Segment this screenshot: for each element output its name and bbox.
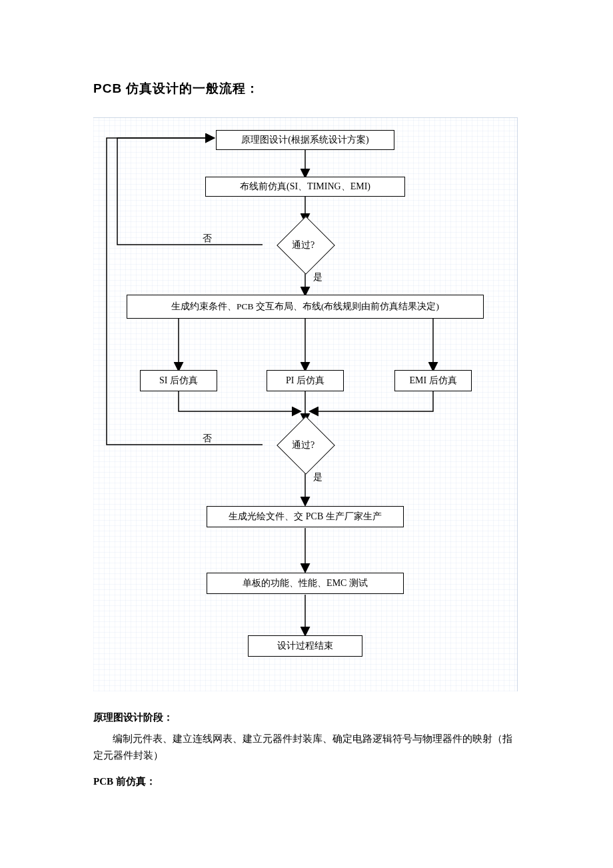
section-schematic-title: 原理图设计阶段： xyxy=(93,711,520,724)
section-schematic-body: 编制元件表、建立连线网表、建立元器件封装库、确定电路逻辑符号与物理器件的映射（指… xyxy=(93,731,520,763)
section-presim-title: PCB 前仿真： xyxy=(93,775,520,788)
edge-label-no-2: 否 xyxy=(203,433,212,445)
node-pre-route-sim: 布线前仿真(SI、TIMING、EMI) xyxy=(205,177,405,197)
flowchart-diagram: 原理图设计(根据系统设计方案) 布线前仿真(SI、TIMING、EMI) 通过?… xyxy=(93,117,518,691)
decision-pass-1 xyxy=(277,216,335,275)
node-emi-post-sim: EMI 后仿真 xyxy=(394,370,472,391)
edge-label-no-1: 否 xyxy=(203,233,212,245)
node-constraints-pcb: 生成约束条件、PCB 交互布局、布线(布线规则由前仿真结果决定) xyxy=(127,295,484,319)
edge-label-yes-1: 是 xyxy=(313,271,322,283)
node-schematic-design: 原理图设计(根据系统设计方案) xyxy=(216,130,394,150)
page-title: PCB 仿真设计的一般流程： xyxy=(93,80,520,97)
node-end: 设计过程结束 xyxy=(248,635,362,657)
decision-pass-2 xyxy=(277,416,335,475)
node-board-test: 单板的功能、性能、EMC 测试 xyxy=(207,573,404,594)
node-gerber: 生成光绘文件、交 PCB 生产厂家生产 xyxy=(207,506,404,527)
node-si-post-sim: SI 后仿真 xyxy=(140,370,217,391)
edge-label-yes-2: 是 xyxy=(313,471,322,483)
node-pi-post-sim: PI 后仿真 xyxy=(267,370,344,391)
